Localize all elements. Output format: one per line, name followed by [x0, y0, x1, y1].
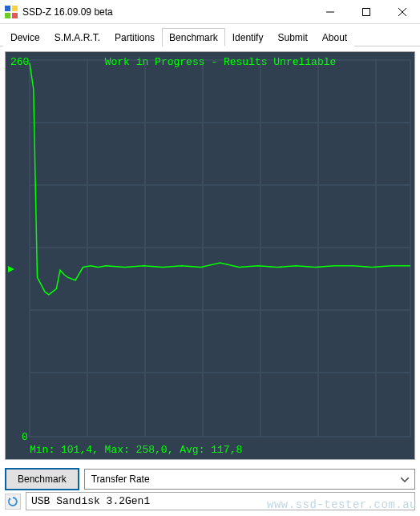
- svg-rect-0: [5, 6, 10, 11]
- tab-identify[interactable]: Identify: [225, 28, 271, 46]
- tab-label: Device: [10, 32, 40, 43]
- tabbar: Device S.M.A.R.T. Partitions Benchmark I…: [0, 24, 420, 46]
- mode-select[interactable]: Transfer Rate: [84, 469, 415, 490]
- statusbar: USB Sandisk 3.2Gen1: [0, 489, 420, 514]
- chart-stats: Min: 101,4, Max: 258,0, Avg: 117,8: [30, 444, 242, 456]
- refresh-icon[interactable]: [5, 494, 21, 510]
- y-min-label: 0: [22, 431, 28, 443]
- tab-label: Benchmark: [169, 32, 218, 43]
- mode-select-wrap: Transfer Rate: [84, 469, 415, 490]
- tab-partitions[interactable]: Partitions: [107, 28, 162, 46]
- benchmark-button[interactable]: Benchmark: [5, 468, 79, 490]
- close-button[interactable]: [384, 0, 420, 24]
- y-max-label: 260: [10, 56, 29, 68]
- chart-line: [30, 63, 410, 295]
- window-controls: [312, 0, 420, 23]
- svg-marker-23: [9, 498, 11, 501]
- tab-label: Identify: [232, 32, 264, 43]
- tab-submit[interactable]: Submit: [270, 28, 314, 46]
- svg-rect-2: [5, 13, 10, 18]
- maximize-button[interactable]: [348, 0, 384, 24]
- titlebar: SSD-Z 16.09.09 beta: [0, 0, 420, 24]
- tab-label: S.M.A.R.T.: [55, 32, 100, 43]
- tab-label: Partitions: [115, 32, 155, 43]
- svg-rect-5: [362, 9, 370, 16]
- app-icon: [5, 6, 18, 18]
- minimize-button[interactable]: [312, 0, 348, 24]
- tab-benchmark[interactable]: Benchmark: [162, 28, 225, 46]
- avg-marker-icon: [8, 266, 14, 272]
- tab-smart[interactable]: S.M.A.R.T.: [47, 28, 107, 46]
- chart-title: Work in Progress - Results Unreliable: [105, 56, 337, 68]
- benchmark-chart: 260 0 Work in Progress - Results Unrelia…: [5, 51, 415, 460]
- svg-rect-3: [12, 13, 18, 18]
- window-title: SSD-Z 16.09.09 beta: [22, 6, 312, 18]
- tab-about[interactable]: About: [315, 28, 354, 46]
- tab-label: Submit: [277, 32, 307, 43]
- tab-device[interactable]: Device: [3, 28, 47, 46]
- svg-rect-1: [12, 6, 18, 11]
- tab-label: About: [322, 32, 347, 43]
- device-field[interactable]: USB Sandisk 3.2Gen1: [26, 492, 415, 510]
